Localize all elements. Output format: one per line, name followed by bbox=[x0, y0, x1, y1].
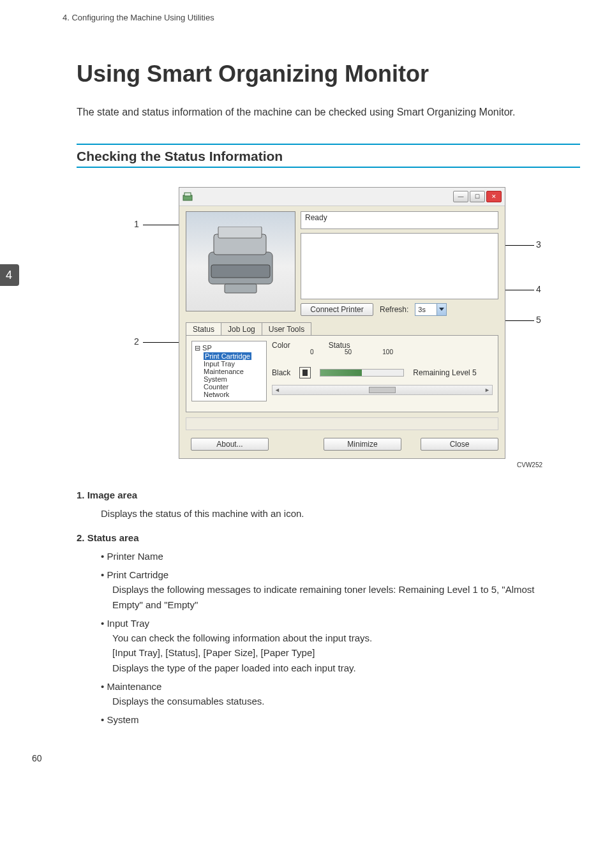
status-textbox: Ready bbox=[301, 211, 498, 229]
desc-2-printer-name: Printer Name bbox=[101, 549, 561, 564]
desc-2-input-tray-b1: You can check the following information … bbox=[112, 631, 561, 645]
svg-rect-4 bbox=[218, 227, 262, 238]
connect-printer-button[interactable]: Connect Printer bbox=[301, 303, 373, 316]
svg-rect-8 bbox=[302, 370, 308, 376]
desc-2-input-tray-b3: Displays the type of the paper loaded in… bbox=[112, 661, 561, 675]
desc-2-maintenance: Maintenance bbox=[101, 679, 561, 694]
scroll-right-icon[interactable]: ► bbox=[484, 387, 490, 393]
tree-item-input-tray[interactable]: Input Tray bbox=[204, 360, 264, 368]
remaining-level: Remaining Level 5 bbox=[413, 368, 476, 377]
desc-2-maintenance-body: Displays the consumables statuses. bbox=[112, 694, 561, 708]
section-heading: Checking the Status Information bbox=[77, 144, 580, 168]
close-window-icon[interactable]: ✕ bbox=[486, 191, 502, 202]
app-icon bbox=[183, 191, 194, 202]
column-color: Color bbox=[272, 341, 290, 350]
maximize-window-icon[interactable]: ☐ bbox=[470, 191, 485, 202]
printer-icon bbox=[202, 227, 279, 297]
callout-4: 4 bbox=[536, 284, 541, 294]
desc-1-heading: 1. Image area bbox=[77, 488, 561, 502]
gauge-scale: 0 50 100 bbox=[310, 348, 393, 355]
tabstrip: Status Job Log User Tools bbox=[186, 322, 498, 335]
page-title: Using Smart Organizing Monitor bbox=[77, 61, 580, 87]
tree-item-network[interactable]: Network bbox=[204, 391, 264, 398]
image-area bbox=[186, 211, 295, 311]
callout-3: 3 bbox=[536, 239, 541, 250]
callout-2: 2 bbox=[134, 336, 139, 347]
about-button[interactable]: About... bbox=[191, 438, 269, 451]
row-color-black: Black bbox=[272, 368, 290, 377]
minimize-window-icon[interactable]: — bbox=[453, 191, 468, 202]
status-bar bbox=[186, 417, 498, 430]
refresh-value: 3s bbox=[415, 306, 437, 313]
description-list: 1. Image area Displays the status of thi… bbox=[77, 488, 561, 728]
callout-5: 5 bbox=[536, 315, 541, 325]
som-dialog: — ☐ ✕ Ready bbox=[179, 187, 505, 459]
callout-line-2 bbox=[143, 342, 181, 343]
svg-rect-6 bbox=[225, 284, 257, 293]
device-tree[interactable]: ⊟ SP Print Cartridge Input Tray Maintena… bbox=[191, 341, 267, 401]
horizontal-scrollbar[interactable]: ◄ ► bbox=[272, 385, 493, 395]
refresh-label: Refresh: bbox=[380, 305, 408, 314]
desc-2-print-cartridge: Print Cartridge bbox=[101, 567, 561, 582]
svg-rect-5 bbox=[211, 265, 270, 278]
chevron-down-icon bbox=[437, 304, 446, 315]
desc-2-input-tray-b2: [Input Tray], [Status], [Paper Size], [P… bbox=[112, 645, 561, 660]
desc-2-print-cartridge-body: Displays the following messages to indic… bbox=[112, 582, 561, 612]
scroll-left-icon[interactable]: ◄ bbox=[274, 387, 280, 393]
desc-2-heading: 2. Status area bbox=[77, 530, 561, 545]
titlebar: — ☐ ✕ bbox=[179, 188, 505, 206]
minimize-button[interactable]: Minimize bbox=[324, 438, 401, 451]
running-header: 4. Configuring the Machine Using Utiliti… bbox=[63, 13, 580, 22]
desc-2-system: System bbox=[101, 712, 561, 727]
tree-item-system[interactable]: System bbox=[204, 375, 264, 383]
toner-icon bbox=[299, 367, 311, 378]
message-area bbox=[301, 233, 498, 299]
tab-status[interactable]: Status bbox=[186, 322, 221, 335]
figure-id: CVW252 bbox=[140, 461, 542, 468]
tree-item-print-cartridge[interactable]: Print Cartridge bbox=[204, 352, 264, 360]
tab-panel-status: ⊟ SP Print Cartridge Input Tray Maintena… bbox=[186, 335, 498, 412]
tree-item-maintenance[interactable]: Maintenance bbox=[204, 368, 264, 375]
refresh-dropdown[interactable]: 3s bbox=[415, 303, 447, 316]
figure-wrapper: 1 2 3 4 5 — ☐ ✕ bbox=[140, 187, 568, 468]
toner-gauge bbox=[320, 369, 404, 377]
svg-marker-7 bbox=[439, 308, 444, 311]
desc-1-body: Displays the status of this machine with… bbox=[101, 506, 561, 521]
svg-rect-1 bbox=[184, 193, 191, 196]
tree-root[interactable]: ⊟ SP bbox=[195, 344, 264, 352]
tab-user-tools[interactable]: User Tools bbox=[262, 322, 311, 335]
callout-1: 1 bbox=[134, 219, 139, 229]
scroll-thumb[interactable] bbox=[369, 387, 396, 393]
close-button[interactable]: Close bbox=[421, 438, 498, 451]
page-number: 60 bbox=[32, 753, 580, 763]
intro-paragraph: The state and status information of the … bbox=[77, 107, 580, 118]
tab-job-log[interactable]: Job Log bbox=[221, 322, 262, 335]
desc-2-input-tray: Input Tray bbox=[101, 616, 561, 631]
chapter-tab: 4 bbox=[0, 264, 19, 286]
tree-item-counter[interactable]: Counter bbox=[204, 383, 264, 391]
